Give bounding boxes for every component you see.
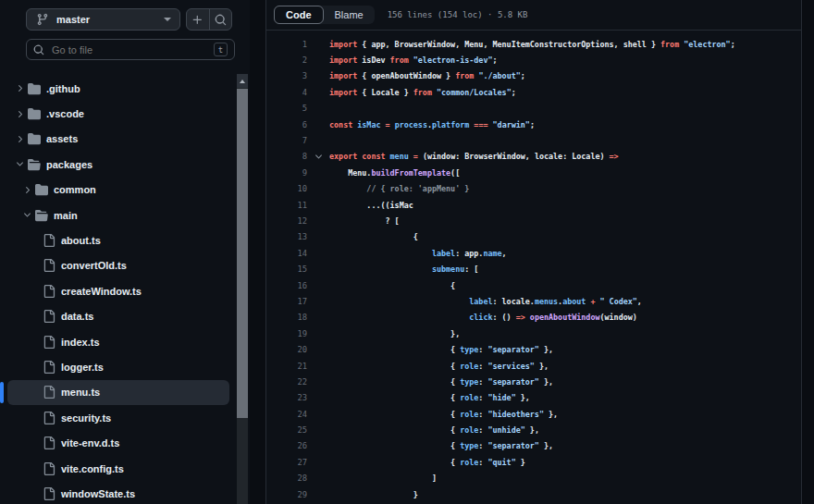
line-number[interactable]: 2 <box>266 55 307 65</box>
line-number[interactable]: 23 <box>266 393 307 402</box>
line-number[interactable]: 9 <box>266 168 307 178</box>
code-line-21: 21 { role: "services" }, <box>266 358 801 374</box>
line-number[interactable]: 21 <box>266 362 307 371</box>
file-icon <box>42 486 56 501</box>
tree-item-main[interactable]: main <box>7 203 229 227</box>
tree-item-security.ts[interactable]: security.ts <box>7 405 229 430</box>
line-number[interactable]: 3 <box>266 71 307 80</box>
tab-code[interactable]: Code <box>274 6 324 24</box>
line-number[interactable]: 28 <box>266 473 307 483</box>
line-number[interactable]: 25 <box>266 425 307 435</box>
code-line-2: 2import isDev from "electron-is-dev"; <box>266 52 801 68</box>
line-number[interactable]: 6 <box>266 120 307 129</box>
file-icon <box>42 258 56 273</box>
line-number[interactable]: 17 <box>266 297 307 306</box>
line-number[interactable]: 13 <box>266 232 307 241</box>
code-line-12: 12 ? [ <box>266 213 801 228</box>
file-icon <box>42 233 56 248</box>
code-line-26: 26 { type: "separator" }, <box>266 438 801 454</box>
line-number[interactable]: 14 <box>266 249 307 258</box>
tree-item-windowState.ts[interactable]: windowState.ts <box>7 481 229 504</box>
code-line-11: 11 ...((isMac <box>266 197 801 213</box>
tree-item-about.ts[interactable]: about.ts <box>7 227 229 252</box>
chevron-down-icon[interactable] <box>12 157 27 172</box>
branch-selector-button[interactable]: master <box>26 8 180 31</box>
line-number[interactable]: 19 <box>266 329 307 338</box>
go-to-file-box[interactable]: t <box>26 39 235 60</box>
chevron-right-icon[interactable] <box>12 106 27 121</box>
code-line-7: 7 <box>266 132 801 148</box>
tree-item-data.ts[interactable]: data.ts <box>7 304 229 329</box>
line-number[interactable]: 27 <box>266 458 307 467</box>
tab-blame[interactable]: Blame <box>324 6 375 24</box>
code-text: { role: "quit" } <box>329 458 525 467</box>
go-to-file-input[interactable] <box>50 43 208 56</box>
tree-item-label: main <box>54 210 78 221</box>
line-number[interactable]: 4 <box>266 88 307 97</box>
line-number[interactable]: 12 <box>266 216 307 226</box>
tree-item-.vscode[interactable]: .vscode <box>7 101 229 126</box>
scrollbar-up-arrow-icon[interactable] <box>237 74 248 88</box>
line-number[interactable]: 20 <box>266 345 307 354</box>
fold-chevron-down-icon[interactable] <box>307 152 329 162</box>
tree-item-label: vite.config.ts <box>61 463 124 474</box>
line-number[interactable]: 22 <box>266 377 307 387</box>
line-number[interactable]: 18 <box>266 313 307 322</box>
tree-item-label: .github <box>46 83 80 94</box>
line-number[interactable]: 15 <box>266 264 307 274</box>
code-text: } <box>329 490 418 499</box>
code-line-15: 15 submenu: [ <box>266 261 801 277</box>
line-number[interactable]: 11 <box>266 201 307 210</box>
code-line-19: 19 }, <box>266 326 801 341</box>
search-tree-button[interactable] <box>209 9 232 30</box>
tree-indent-spacer <box>27 385 42 400</box>
chevron-right-icon[interactable] <box>12 131 27 146</box>
tree-item-.github[interactable]: .github <box>7 76 229 101</box>
code-text: { role: "services" }, <box>329 362 549 371</box>
code-text: }, <box>329 329 460 338</box>
file-meta-info: 156 lines (154 loc) · 5.8 KB <box>388 10 528 19</box>
folder-open-icon <box>34 208 49 223</box>
tree-item-assets[interactable]: assets <box>7 127 229 152</box>
tree-item-vite.config.ts[interactable]: vite.config.ts <box>7 456 229 481</box>
folder-open-icon <box>27 157 42 172</box>
tree-item-vite-env.d.ts[interactable]: vite-env.d.ts <box>7 430 229 455</box>
line-number[interactable]: 16 <box>266 281 307 290</box>
file-icon <box>42 461 56 476</box>
tree-item-common[interactable]: common <box>7 178 229 203</box>
line-number[interactable]: 8 <box>266 152 307 161</box>
tree-item-menu.ts[interactable]: menu.ts <box>7 380 229 405</box>
chevron-down-icon[interactable] <box>19 208 34 223</box>
line-number[interactable]: 26 <box>266 441 307 450</box>
code-line-17: 17 label: locale.menus.about + " Codex", <box>266 293 801 309</box>
tree-indent-spacer <box>27 461 42 476</box>
code-line-16: 16 { <box>266 277 801 293</box>
tree-item-createWindow.ts[interactable]: createWindow.ts <box>7 278 229 303</box>
tree-item-label: assets <box>46 133 78 144</box>
chevron-right-icon[interactable] <box>12 81 27 96</box>
tree-actions-group <box>186 8 232 31</box>
tree-item-logger.ts[interactable]: logger.ts <box>7 354 229 379</box>
file-tree-sidebar: master t .github.vscodeassetspackagescom… <box>0 0 250 504</box>
line-number[interactable]: 29 <box>266 490 307 499</box>
scrollbar-thumb[interactable] <box>237 89 248 418</box>
tree-item-index.ts[interactable]: index.ts <box>7 329 229 354</box>
tree-item-convertOld.ts[interactable]: convertOld.ts <box>7 253 229 278</box>
line-number[interactable]: 5 <box>266 104 307 113</box>
line-number[interactable]: 10 <box>266 184 307 193</box>
tree-indent-spacer <box>27 258 42 273</box>
code-line-22: 22 { type: "separator" }, <box>266 374 801 389</box>
code-line-28: 28 ] <box>266 471 801 486</box>
git-branch-icon <box>35 12 50 27</box>
chevron-right-icon[interactable] <box>19 182 34 197</box>
add-file-button[interactable] <box>187 9 209 30</box>
line-number[interactable]: 1 <box>266 40 307 49</box>
file-tree: .github.vscodeassetspackagescommonmainab… <box>0 76 235 504</box>
line-number[interactable]: 7 <box>266 136 307 145</box>
code-line-10: 10 // { role: 'appMenu' } <box>266 181 801 197</box>
line-number[interactable]: 24 <box>266 410 307 419</box>
tree-indent-spacer <box>27 411 42 425</box>
sidebar-scrollbar[interactable] <box>237 74 248 504</box>
tree-item-packages[interactable]: packages <box>7 152 229 177</box>
code-line-14: 14 label: app.name, <box>266 245 801 261</box>
